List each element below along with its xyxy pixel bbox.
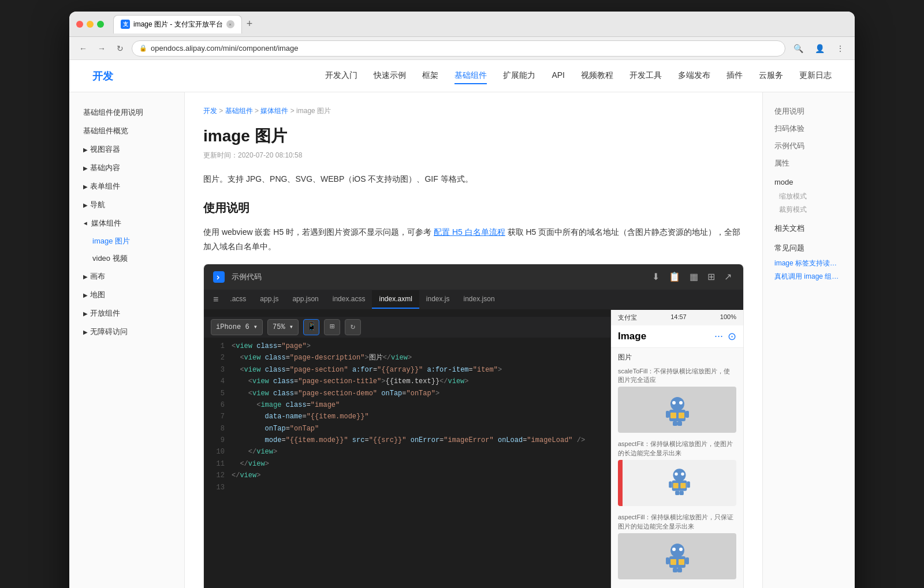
sidebar-section-media[interactable]: ▼ 媒体组件 <box>79 215 175 232</box>
nav-item-kaifa-rumen[interactable]: 开发入门 <box>325 68 357 84</box>
robot-image-1 <box>660 392 695 427</box>
grid-view-button[interactable]: ⊞ <box>324 319 340 335</box>
svg-rect-16 <box>680 483 685 488</box>
nav-item-video[interactable]: 视频教程 <box>581 68 613 84</box>
arrow-icon: ▶ <box>83 292 88 298</box>
right-sidebar-faq-2[interactable]: 真机调用 image 组件，... <box>770 270 848 283</box>
page-layout: 基础组件使用说明 基础组件概览 ▶ 视图容器 ▶ 基础内容 ▶ 表单组件 ▶ 导… <box>69 92 855 588</box>
file-tabs-menu[interactable]: ≡ <box>208 290 223 309</box>
file-tab-indexjs[interactable]: index.js <box>419 290 457 309</box>
breadcrumb-link3[interactable]: 媒体组件 <box>260 107 288 115</box>
demo-controls: ⬇ 📋 ▦ ⊞ ↗ <box>650 269 734 284</box>
right-sidebar-scale[interactable]: 缩放模式 <box>770 190 848 203</box>
sidebar-section-view[interactable]: ▶ 视图容器 <box>79 141 175 158</box>
user-button[interactable]: 👤 <box>811 43 828 54</box>
svg-rect-19 <box>675 491 679 495</box>
nav-item-plugin[interactable]: 插件 <box>726 68 743 84</box>
device-bar: iPhone 6 ▾ 75% ▾ 📱 ⊞ ↻ <box>204 317 610 338</box>
file-tab-indexaxml[interactable]: index.axml <box>372 290 419 309</box>
right-sidebar-usage[interactable]: 使用说明 <box>770 104 848 119</box>
phone-section-title: 图片 <box>618 353 736 362</box>
lock-icon: 🔒 <box>139 44 147 52</box>
nav-item-jichu-zujian[interactable]: 基础组件 <box>454 68 487 84</box>
tab-title: image 图片 - 支付宝开放平台 <box>133 20 223 29</box>
sidebar-section-form[interactable]: ▶ 表单组件 <box>79 178 175 195</box>
main-area: 开发 开发入门 快速示例 框架 基础组件 扩展能力 API 视频教程 开发工具 … <box>69 60 855 588</box>
sidebar-item-overview[interactable]: 基础组件概览 <box>79 122 175 140</box>
right-sidebar-scan[interactable]: 扫码体验 <box>770 121 848 136</box>
nav-item-tools[interactable]: 开发工具 <box>629 68 662 84</box>
sidebar-item-video[interactable]: video 视频 <box>88 250 175 267</box>
nav-item-api[interactable]: API <box>552 68 565 84</box>
nav-item-cloud[interactable]: 云服务 <box>759 68 783 84</box>
zoom-select[interactable]: 75% ▾ <box>267 319 299 335</box>
address-input[interactable]: 🔒 opendocs.alipay.com/mini/component/ima… <box>132 40 785 57</box>
description: 图片。支持 JPG、PNG、SVG、WEBP（iOS 不支持动图）、GIF 等格… <box>203 172 744 186</box>
file-tab-appjs[interactable]: app.js <box>253 290 285 309</box>
code-line: 6 <image class="image" <box>204 399 610 411</box>
breadcrumb-link[interactable]: 开发 <box>203 107 217 115</box>
sidebar-section-label: 导航 <box>90 200 105 210</box>
refresh-button[interactable]: ↻ <box>113 42 127 55</box>
back-button[interactable]: ← <box>76 42 90 55</box>
refresh-preview-button[interactable]: ↻ <box>345 319 361 335</box>
maximize-button[interactable] <box>97 21 104 28</box>
active-tab[interactable]: 支 image 图片 - 支付宝开放平台 × <box>113 15 242 33</box>
sidebar-section-content[interactable]: ▶ 基础内容 <box>79 159 175 177</box>
phone-content[interactable]: 图片 scaleToFill：不保持纵横比缩放图片，使图片完全适应 <box>611 348 743 588</box>
arrow-icon: ▶ <box>83 202 88 208</box>
sidebar-section-label: 画布 <box>90 271 105 282</box>
download-button[interactable]: ⬇ <box>650 269 662 284</box>
phone-home-icon[interactable]: ⊙ <box>728 330 736 343</box>
phone-view-button[interactable]: 📱 <box>303 319 319 335</box>
nav-item-kuaisu-shili[interactable]: 快速示例 <box>374 68 406 84</box>
search-button[interactable]: 🔍 <box>790 43 807 54</box>
right-sidebar-code[interactable]: 示例代码 <box>770 138 848 153</box>
sidebar-item-usage[interactable]: 基础组件使用说明 <box>79 104 175 121</box>
forward-button[interactable]: → <box>95 42 109 55</box>
svg-rect-29 <box>673 568 677 572</box>
phone-app-title: Image <box>618 331 646 342</box>
sidebar-item-image[interactable]: image 图片 <box>88 233 175 249</box>
breadcrumb-link2[interactable]: 基础组件 <box>225 107 253 115</box>
new-tab-button[interactable]: + <box>244 16 255 32</box>
arrow-icon-media: ▼ <box>83 220 89 226</box>
close-button[interactable] <box>76 21 83 28</box>
file-tab-acss[interactable]: .acss <box>223 290 253 309</box>
sidebar-section-open[interactable]: ▶ 开放组件 <box>79 305 175 322</box>
file-tab-indexjson[interactable]: index.json <box>457 290 502 309</box>
sidebar-section-canvas[interactable]: ▶ 画布 <box>79 268 175 285</box>
grid-button[interactable]: ⊞ <box>705 269 717 284</box>
sidebar-media-children: image 图片 video 视频 <box>79 233 175 267</box>
tab-close-button[interactable]: × <box>226 20 234 28</box>
device-select[interactable]: iPhone 6 ▾ <box>211 319 263 335</box>
sidebar-section-a11y[interactable]: ▶ 无障碍访问 <box>79 323 175 340</box>
view-toggle[interactable]: ▦ <box>687 269 701 284</box>
svg-rect-5 <box>670 413 676 418</box>
nav-item-changelog[interactable]: 更新日志 <box>799 68 832 84</box>
code-line: 5 <view class="page-section-demo" onTap=… <box>204 388 610 399</box>
nav-item-kuangjia[interactable]: 框架 <box>422 68 438 84</box>
right-sidebar-props[interactable]: 属性 <box>770 156 848 171</box>
code-editor[interactable]: iPhone 6 ▾ 75% ▾ 📱 ⊞ ↻ 1<view class="pag… <box>204 310 610 588</box>
svg-rect-7 <box>666 411 669 418</box>
copy-button[interactable]: 📋 <box>666 269 683 284</box>
brand-logo[interactable]: 开发 <box>92 69 113 83</box>
nav-item-kuozhan[interactable]: 扩展能力 <box>503 68 535 84</box>
right-sidebar-faq-1[interactable]: image 标签支持读取放大文... <box>770 257 848 270</box>
file-tab-indexacss[interactable]: index.acss <box>326 290 372 309</box>
sidebar-section-nav[interactable]: ▶ 导航 <box>79 196 175 214</box>
nav-item-publish[interactable]: 多端发布 <box>678 68 710 84</box>
sidebar-section-map[interactable]: ▶ 地图 <box>79 286 175 304</box>
svg-rect-28 <box>685 557 689 564</box>
minimize-button[interactable] <box>87 21 94 28</box>
file-tab-appjson[interactable]: app.json <box>285 290 325 309</box>
phone-more-icon[interactable]: ··· <box>714 330 723 343</box>
right-sidebar-crop[interactable]: 裁剪模式 <box>770 203 848 216</box>
svg-rect-8 <box>685 411 689 418</box>
share-button[interactable]: ↗ <box>722 269 734 284</box>
code-line: 8 onTap="onTap" <box>204 423 610 435</box>
svg-rect-9 <box>673 421 677 426</box>
menu-button[interactable]: ⋮ <box>833 43 848 54</box>
usage-link[interactable]: 配置 H5 白名单流程 <box>434 227 505 237</box>
